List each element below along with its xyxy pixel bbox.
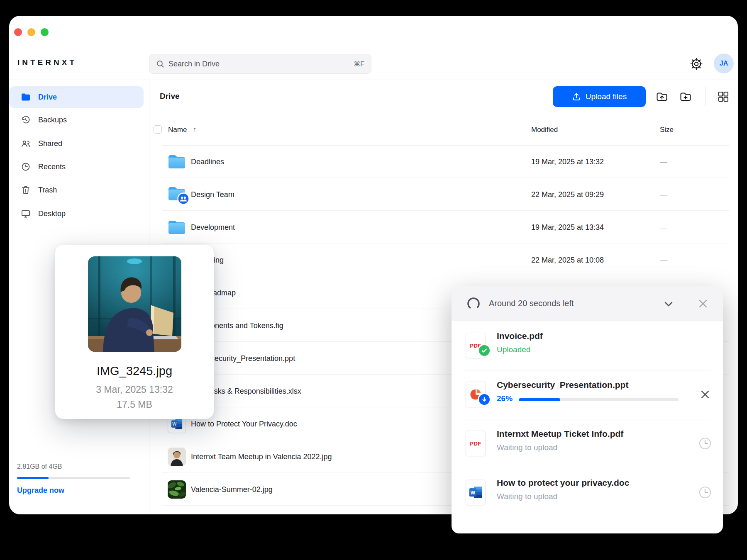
desktop-monitor-icon	[21, 209, 31, 219]
table-row[interactable]: Deadlines 19 Mar, 2025 at 13:32 —	[149, 145, 738, 178]
upload-percent: 26%	[497, 394, 513, 403]
sidebar-item-label: Desktop	[38, 209, 66, 218]
sidebar-item-backups[interactable]: Backups	[9, 109, 144, 131]
close-panel-icon[interactable]	[696, 297, 710, 310]
sidebar-item-shared[interactable]: Shared	[9, 133, 144, 154]
upload-files-button[interactable]: Upload files	[553, 86, 646, 107]
file-modified: 22 Mar, 2025 at 09:29	[531, 190, 604, 199]
upload-time-remaining: Around 20 seconds left	[489, 299, 574, 308]
sidebar-item-drive[interactable]: Drive	[9, 86, 144, 108]
preview-filename: IMG_3245.jpg	[55, 364, 214, 378]
sidebar-item-desktop[interactable]: Desktop	[9, 203, 144, 224]
upload-folder-icon[interactable]	[656, 90, 668, 103]
file-name: Deadlines	[191, 157, 224, 166]
upgrade-now-link[interactable]: Upgrade now	[17, 486, 64, 495]
select-all-checkbox[interactable]	[154, 125, 162, 134]
sort-ascending-arrow: ↑	[193, 126, 197, 134]
file-name: Development	[191, 223, 235, 231]
column-header-name[interactable]: Name ↑	[168, 126, 197, 134]
minimize-window-button[interactable]	[27, 28, 35, 36]
upload-file-name: Invoice.pdf	[497, 331, 543, 341]
column-header-size[interactable]: Size	[660, 126, 674, 134]
window-controls	[14, 28, 49, 36]
internxt-logo: INTERNXT	[17, 58, 77, 67]
pdf-file-icon: PDF	[466, 333, 486, 358]
upload-file-name: Internxt Meetup Ticket Info.pdf	[497, 429, 623, 439]
file-size: —	[660, 256, 667, 264]
sidebar-item-label: Backups	[38, 116, 67, 124]
file-modified: 19 Mar, 2025 at 13:34	[531, 223, 604, 231]
file-modified: 19 Mar, 2025 at 13:32	[531, 157, 604, 166]
table-row[interactable]: Design Team 22 Mar, 2025 at 09:29 —	[149, 178, 738, 211]
settings-gear-icon[interactable]	[689, 56, 704, 71]
upload-icon	[572, 92, 581, 101]
search-input[interactable]	[168, 60, 349, 68]
upload-item: Cybersecurity_Presentation.ppt 26%	[452, 370, 723, 419]
desktop-background: INTERNXT ⌘F JA Drive	[0, 0, 747, 560]
zoom-window-button[interactable]	[41, 28, 49, 36]
create-folder-icon[interactable]	[679, 90, 692, 103]
sidebar-item-label: Shared	[38, 139, 62, 148]
svg-text:W: W	[172, 421, 176, 426]
search-bar[interactable]: ⌘F	[149, 54, 371, 74]
waiting-clock-icon	[698, 436, 712, 450]
trash-icon	[21, 185, 31, 195]
file-name: Valencia-Summer-02.jpg	[191, 485, 273, 494]
file-preview-card: IMG_3245.jpg 3 Mar, 2025 13:32 17.5 MB	[55, 245, 214, 419]
collapse-chevron-down-icon[interactable]	[662, 298, 675, 310]
page-title: Drive	[160, 92, 180, 101]
loading-spinner-icon	[466, 297, 481, 311]
toolbar-separator	[706, 87, 706, 106]
photo-thumbnail-portrait	[167, 448, 186, 466]
uploaded-check-badge	[478, 344, 491, 357]
cancel-upload-icon[interactable]	[698, 387, 712, 402]
upload-file-name: Cybersecurity_Presentation.ppt	[497, 380, 628, 390]
search-icon	[156, 60, 164, 68]
upload-item: PDF Internxt Meetup Ticket Info.pdf Wait…	[452, 419, 723, 468]
file-size: —	[660, 223, 667, 231]
word-file-icon: W	[466, 480, 486, 505]
user-avatar[interactable]: JA	[714, 54, 734, 73]
file-name: Internxt Team Meetup in Valencia 2022.jp…	[191, 452, 332, 461]
table-row[interactable]: Marketing 22 Mar, 2025 at 10:08 —	[149, 243, 738, 276]
shared-badge-icon	[177, 192, 190, 205]
powerpoint-file-icon	[466, 382, 486, 407]
table-row[interactable]: Development 19 Mar, 2025 at 13:34 —	[149, 211, 738, 243]
sidebar-item-recents[interactable]: Recents	[9, 156, 144, 178]
folder-icon	[167, 218, 186, 236]
file-modified: 22 Mar, 2025 at 10:08	[531, 256, 604, 264]
upload-progress-panel: Around 20 seconds left PDF Invoice.pdf U…	[452, 286, 723, 533]
shared-folder-icon	[167, 185, 186, 204]
close-window-button[interactable]	[14, 28, 22, 36]
folder-icon	[167, 153, 186, 171]
shared-people-icon	[21, 139, 31, 149]
upload-item: PDF Invoice.pdf Uploaded	[452, 321, 723, 370]
photo-thumbnail-leaves	[167, 480, 186, 499]
preview-size: 17.5 MB	[55, 399, 214, 410]
recents-clock-icon	[21, 162, 31, 172]
pdf-file-icon: PDF	[466, 431, 486, 456]
upload-files-label: Upload files	[586, 92, 627, 101]
drive-folder-icon	[21, 92, 31, 102]
uploading-arrow-badge	[478, 393, 491, 406]
storage-progress-fill	[17, 477, 49, 479]
file-size: —	[660, 190, 667, 199]
upload-status: Waiting to upload	[497, 443, 557, 452]
header-divider	[9, 80, 738, 80]
sidebar-item-label: Recents	[38, 163, 66, 171]
file-name: How to Protect Your Privacy.doc	[191, 419, 297, 428]
sidebar-item-label: Drive	[38, 93, 57, 102]
file-size: —	[660, 157, 667, 166]
grid-view-icon[interactable]	[717, 90, 730, 103]
sidebar-item-label: Trash	[38, 186, 57, 195]
column-header-modified[interactable]: Modified	[531, 126, 558, 134]
file-name: Design Team	[191, 190, 234, 199]
upload-progress-fill	[519, 398, 560, 401]
upload-progress-bar	[519, 398, 679, 401]
search-shortcut: ⌘F	[354, 60, 364, 68]
preview-photo	[88, 256, 181, 352]
waiting-clock-icon	[698, 485, 712, 499]
upload-file-name: How to protect your privacy.doc	[497, 478, 629, 488]
sidebar-item-trash[interactable]: Trash	[9, 179, 144, 201]
storage-usage-text: 2.81GB of 4GB	[17, 463, 62, 470]
